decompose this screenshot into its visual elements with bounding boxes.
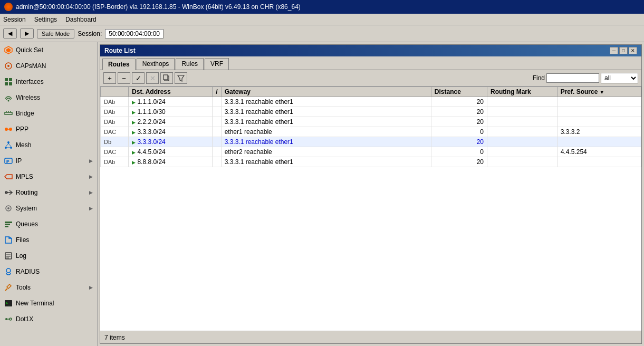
sidebar-item-files[interactable]: Files [0,232,97,248]
sidebar-item-mpls[interactable]: MPLS ▶ [0,169,97,185]
menu-session[interactable]: Session [3,16,26,23]
enable-button[interactable]: ✓ [132,72,145,84]
sidebar-label-log: Log [16,252,26,260]
session-label: Session: [78,30,102,37]
svg-point-14 [9,128,12,131]
sidebar-item-wireless[interactable]: Wireless [0,90,97,105]
sidebar-label-tools: Tools [16,284,31,291]
forward-button[interactable]: ▶ [20,28,34,39]
disable-button[interactable]: ✕ [146,72,159,84]
radius-icon [4,267,13,276]
cell-flag: Db [101,137,129,147]
routing-arrow-icon: ▶ [89,190,93,195]
window-controls: ─ □ ✕ [610,47,637,54]
back-button[interactable]: ◀ [3,28,17,39]
sidebar-item-interfaces[interactable]: Interfaces [0,74,97,90]
sidebar-item-new-terminal[interactable]: >_ New Terminal [0,295,97,311]
safe-mode-button[interactable]: Safe Mode [37,29,74,39]
cell-pref-source: 4.4.5.254 [557,147,641,157]
mpls-icon [4,172,13,181]
session-value: 50:00:00:04:00:00 [105,29,164,39]
sidebar-item-ppp[interactable]: PPP [0,121,97,137]
col-header-sort[interactable]: / [213,87,221,97]
sidebar-item-ip[interactable]: IP IP ▶ [0,153,97,169]
svg-rect-5 [9,78,12,81]
tab-bar: Routes Nexthops Rules VRF [100,56,641,70]
route-toolbar: + − ✓ ✕ Find all static dynamic [100,70,641,86]
sidebar: Quick Set CAPsMAN Interfaces [0,42,98,346]
sidebar-item-queues[interactable]: Queues [0,216,97,232]
cell-flag: DAC [101,127,129,137]
copy-button[interactable] [160,72,173,84]
filter-button[interactable] [175,72,187,84]
tab-routes[interactable]: Routes [102,59,136,70]
sidebar-item-log[interactable]: Log [0,248,97,264]
find-dropdown[interactable]: all static dynamic [601,73,638,83]
col-header-distance[interactable]: Distance [431,87,487,97]
cell-gateway: 3.3.3.1 reachable ether1 [221,157,431,167]
cell-flag: DAb [101,107,129,117]
tab-nexthops[interactable]: Nexthops [137,58,175,70]
col-header-flags[interactable] [101,87,129,97]
table-row[interactable]: DAb▶ 8.8.8.0/243.3.3.1 reachable ether12… [101,157,641,167]
arrow-right-icon: ▶ [132,140,136,145]
sidebar-label-ip: IP [16,157,22,165]
sidebar-label-interfaces: Interfaces [16,78,44,85]
sidebar-label-files: Files [16,236,29,244]
find-input[interactable] [546,73,599,83]
sidebar-label-mesh: Mesh [16,141,31,149]
arrow-right-icon: ▶ [132,160,136,165]
sidebar-item-capsman[interactable]: CAPsMAN [0,58,97,74]
route-table: Dst. Address / Gateway Distance Routing … [100,86,641,331]
mesh-icon [4,141,13,149]
cell-distance: 20 [431,157,487,167]
col-header-gateway[interactable]: Gateway [221,87,431,97]
svg-rect-28 [5,222,12,223]
sidebar-item-bridge[interactable]: Bridge [0,105,97,121]
svg-point-27 [7,207,9,209]
cell-routing-mark [487,147,557,157]
tab-rules[interactable]: Rules [176,58,204,70]
maximize-button[interactable]: □ [619,47,628,54]
col-header-mark[interactable]: Routing Mark [487,87,557,97]
table-row[interactable]: DAb▶ 1.1.1.0/303.3.3.1 reachable ether12… [101,107,641,117]
cell-dst: ▶ 2.2.2.0/24 [129,117,213,127]
cell-flag: DAb [101,157,129,167]
ip-arrow-icon: ▶ [89,158,93,164]
sidebar-item-routing[interactable]: Routing ▶ [0,185,97,200]
sidebar-item-dot1x[interactable]: Dot1X [0,311,97,327]
cell-gateway: 3.3.3.1 reachable ether1 [221,97,431,107]
tools-arrow-icon: ▶ [89,285,93,290]
table-row[interactable]: DAC▶ 4.4.5.0/24ether2 reachable04.4.5.25… [101,147,641,157]
remove-button[interactable]: − [118,72,130,84]
sidebar-item-tools[interactable]: Tools ▶ [0,280,97,295]
table-row[interactable]: DAb▶ 1.1.1.0/243.3.3.1 reachable ether12… [101,97,641,107]
routing-icon [4,188,13,197]
sidebar-label-radius: RADIUS [16,268,40,275]
menu-settings[interactable]: Settings [34,16,57,23]
col-header-pref[interactable]: Pref. Source ▼ [557,87,641,97]
menu-dashboard[interactable]: Dashboard [65,16,97,23]
svg-rect-4 [5,78,8,81]
cell-pref-source [557,107,641,117]
col-header-dst[interactable]: Dst. Address [129,87,213,97]
table-row[interactable]: DAb▶ 2.2.2.0/243.3.3.1 reachable ether12… [101,117,641,127]
terminal-icon: >_ [4,299,13,307]
sidebar-item-radius[interactable]: RADIUS [0,264,97,280]
ip-icon: IP [4,157,13,165]
add-button[interactable]: + [103,72,116,84]
table-row[interactable]: Db▶ 3.3.3.0/243.3.3.1 reachable ether120 [101,137,641,147]
tab-vrf[interactable]: VRF [205,58,229,70]
pref-source-sort-icon: ▼ [600,90,604,95]
capsman-icon [4,62,13,70]
system-icon [4,204,13,213]
table-row[interactable]: DAC▶ 3.3.3.0/24ether1 reachable03.3.3.2 [101,127,641,137]
sidebar-item-mesh[interactable]: Mesh [0,137,97,153]
sidebar-item-system[interactable]: System ▶ [0,200,97,216]
cell-routing-mark [487,117,557,127]
close-button[interactable]: ✕ [629,47,637,54]
sidebar-item-quick-set[interactable]: Quick Set [0,42,97,58]
window-title-text: Route List [104,47,136,54]
title-text: admin@50:00:00:04:00:00 (ISP-Border) via… [16,3,301,11]
minimize-button[interactable]: ─ [610,47,618,54]
